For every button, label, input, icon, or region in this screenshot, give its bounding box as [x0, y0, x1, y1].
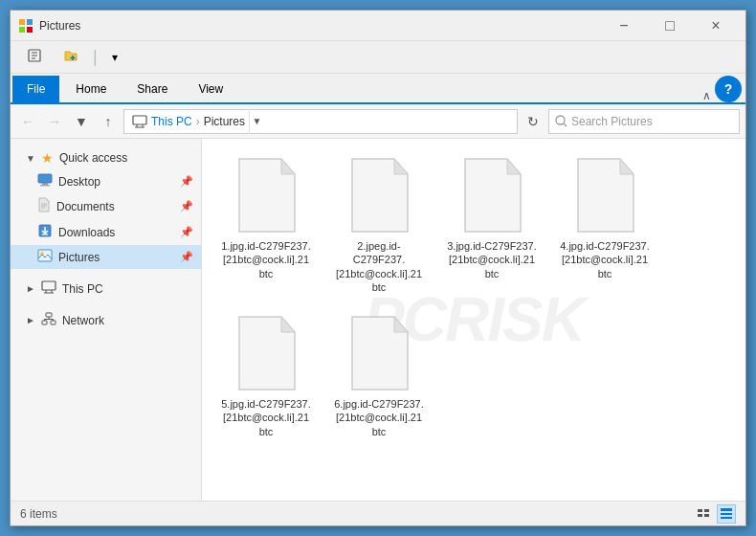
sidebar-item-quick-access[interactable]: ▼ ★ Quick access — [11, 146, 201, 169]
new-folder-icon — [63, 48, 78, 66]
svg-rect-16 — [38, 174, 52, 183]
chevron-right-icon: ▼ — [26, 153, 35, 164]
pin-desktop-icon: 📌 — [180, 175, 193, 188]
file-name-2: 2.jpeg.id-C279F237.[21btc@cock.li].21btc — [333, 239, 425, 294]
address-path[interactable]: This PC › Pictures ▼ — [123, 109, 518, 134]
view-controls — [694, 504, 736, 524]
search-box[interactable]: Search Pictures — [548, 109, 740, 134]
pictures-icon — [37, 249, 53, 265]
sidebar-label-downloads: Downloads — [58, 226, 115, 239]
sidebar-item-network[interactable]: ► Network — [11, 308, 201, 332]
file-grid: PCRISK 1.jpg.id-C279F237.[21btc@cock.li]… — [202, 139, 745, 501]
recent-locations-button[interactable]: ▼ — [70, 110, 93, 133]
item-count: 6 items — [20, 507, 57, 521]
svg-point-14 — [556, 116, 565, 124]
sidebar-label-desktop: Desktop — [58, 175, 100, 189]
file-icon-1 — [232, 157, 300, 235]
file-item[interactable]: 1.jpg.id-C279F237.[21btc@cock.li].21btc — [213, 150, 319, 301]
tab-view[interactable]: View — [184, 76, 237, 102]
svg-rect-10 — [133, 116, 146, 124]
pin-downloads-icon: 📌 — [180, 226, 193, 238]
tab-home[interactable]: Home — [61, 76, 121, 102]
sidebar-item-downloads[interactable]: Downloads 📌 — [11, 219, 201, 245]
svg-rect-38 — [698, 509, 702, 512]
list-view-button[interactable] — [694, 504, 713, 524]
svg-rect-27 — [42, 281, 56, 290]
network-icon — [41, 312, 56, 328]
address-bar: ← → ▼ ↑ This PC › Pictures ▼ ↻ Search Pi… — [11, 104, 745, 139]
svg-line-15 — [564, 123, 567, 126]
sidebar-item-this-pc[interactable]: ► This PC — [11, 277, 201, 301]
window-icon — [18, 18, 33, 34]
tab-share[interactable]: Share — [122, 76, 182, 102]
sidebar-item-desktop[interactable]: Desktop 📌 — [11, 169, 201, 193]
svg-rect-44 — [721, 517, 732, 519]
file-item[interactable]: 3.jpg.id-C279F237.[21btc@cock.li].21btc — [439, 150, 545, 301]
svg-rect-0 — [19, 19, 25, 25]
main-content: ▼ ★ Quick access Desktop 📌 — [11, 139, 745, 501]
new-folder-button[interactable] — [55, 45, 87, 69]
sidebar-label-quick-access: Quick access — [59, 151, 127, 165]
svg-rect-42 — [721, 508, 732, 511]
downloads-icon — [37, 223, 53, 241]
file-item[interactable]: 6.jpg.id-C279F237.[21btc@cock.li].21btc — [326, 308, 432, 445]
sidebar-section-this-pc: ► This PC — [11, 273, 201, 304]
path-separator-1: › — [196, 115, 200, 128]
star-icon: ★ — [41, 150, 54, 166]
tab-file[interactable]: File — [12, 76, 59, 102]
toolbar-separator: | — [93, 47, 98, 67]
path-dropdown-chevron[interactable]: ▼ — [249, 109, 264, 134]
file-name-6: 6.jpg.id-C279F237.[21btc@cock.li].21btc — [333, 397, 425, 438]
file-item[interactable]: 4.jpg.id-C279F237.[21btc@cock.li].21btc — [552, 150, 657, 301]
refresh-button[interactable]: ↻ — [522, 110, 545, 133]
file-icon-2 — [345, 157, 413, 235]
svg-rect-33 — [51, 321, 56, 324]
title-bar: Pictures − □ × — [11, 11, 745, 41]
sidebar-label-network: Network — [62, 314, 104, 327]
sidebar: ▼ ★ Quick access Desktop 📌 — [11, 139, 202, 501]
svg-rect-18 — [40, 185, 50, 187]
close-button[interactable]: × — [694, 12, 738, 39]
sidebar-item-pictures[interactable]: Pictures 📌 — [11, 245, 201, 269]
chevron-right-icon-net: ► — [26, 315, 35, 325]
properties-button[interactable] — [18, 45, 51, 69]
large-icon-view-button[interactable] — [717, 504, 736, 524]
ribbon-collapse-chevron[interactable]: ∧ — [702, 89, 711, 102]
svg-rect-41 — [704, 514, 709, 517]
sidebar-label-pictures: Pictures — [58, 251, 100, 264]
search-placeholder: Search Pictures — [571, 115, 653, 128]
help-button[interactable]: ? — [715, 76, 742, 102]
file-item[interactable]: 2.jpeg.id-C279F237.[21btc@cock.li].21btc — [326, 150, 432, 301]
back-button[interactable]: ← — [16, 110, 39, 133]
documents-icon — [37, 197, 51, 215]
svg-rect-3 — [27, 27, 33, 33]
file-icon-6 — [345, 315, 413, 393]
file-icon-4 — [570, 157, 639, 235]
up-button[interactable]: ↑ — [97, 110, 120, 133]
minimize-button[interactable]: − — [602, 12, 646, 39]
file-icon-3 — [457, 157, 526, 235]
svg-rect-25 — [38, 250, 52, 261]
toolbar-chevron[interactable]: ▾ — [103, 48, 126, 67]
computer-icon-sidebar — [41, 280, 56, 297]
sidebar-section-network: ► Network — [11, 304, 201, 336]
svg-rect-2 — [19, 27, 25, 33]
pin-documents-icon: 📌 — [180, 200, 193, 212]
svg-rect-31 — [46, 313, 52, 317]
svg-rect-40 — [698, 514, 702, 517]
sidebar-label-this-pc: This PC — [62, 282, 103, 296]
svg-rect-32 — [42, 321, 47, 324]
chevron-right-icon-pc: ► — [26, 283, 35, 294]
forward-button[interactable]: → — [43, 110, 66, 133]
ribbon-tabs: File Home Share View ∧ ? — [11, 74, 745, 104]
sidebar-item-documents[interactable]: Documents 📌 — [11, 193, 201, 219]
svg-rect-17 — [42, 183, 48, 185]
svg-rect-43 — [721, 513, 732, 515]
sidebar-label-documents: Documents — [56, 200, 115, 213]
window-controls: − □ × — [602, 12, 738, 39]
file-item[interactable]: 5.jpg.id-C279F237.[21btc@cock.li].21btc — [213, 308, 319, 445]
maximize-button[interactable]: □ — [648, 12, 692, 39]
file-name-4: 4.jpg.id-C279F237.[21btc@cock.li].21btc — [559, 239, 651, 280]
path-part-thispc[interactable]: This PC — [151, 115, 192, 128]
svg-rect-1 — [27, 19, 33, 25]
